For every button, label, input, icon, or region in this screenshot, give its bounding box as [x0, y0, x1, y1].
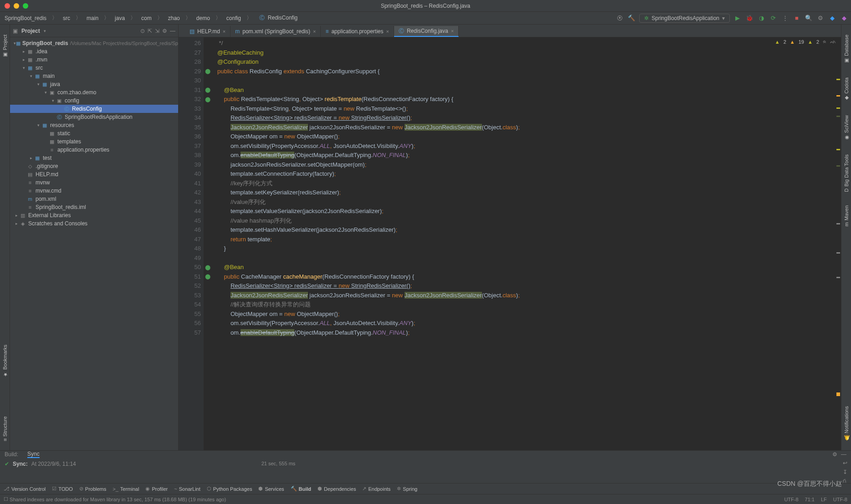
tree-row[interactable]: ▾▦resources — [10, 121, 178, 129]
bottom-tab[interactable]: ◉Profiler — [145, 486, 168, 492]
tree-row[interactable]: ▾▦java — [10, 80, 178, 88]
indexes-icon[interactable]: ☐ — [4, 496, 8, 502]
tree-row[interactable]: ≡mvnw — [10, 178, 178, 187]
sciview-tool[interactable]: ◉SciView — [843, 115, 849, 141]
profile-icon[interactable]: ⟳ — [769, 14, 777, 22]
database-tool[interactable]: ▣Database — [843, 35, 849, 64]
tree-row[interactable]: ≡SpringBoot_redis.iml — [10, 203, 178, 211]
notifications-tool[interactable]: 🔔Notifications — [843, 406, 849, 441]
stop-icon[interactable]: ■ — [793, 14, 801, 22]
tree-row[interactable]: ▾▦src — [10, 64, 178, 72]
status-item[interactable]: LF — [821, 497, 827, 502]
tree-row[interactable]: ▸▦.mvn — [10, 56, 178, 64]
bottom-tab[interactable]: ⎇Version Control — [4, 486, 46, 492]
tree-row[interactable]: ≡mvnw.cmd — [10, 187, 178, 195]
tree-row[interactable]: ▾▦main — [10, 72, 178, 80]
status-item[interactable]: UTF-8 — [784, 497, 798, 502]
tree-row[interactable]: ▤HELP.md — [10, 170, 178, 178]
bottom-tab[interactable]: ~SonarLint — [174, 486, 200, 492]
project-tool[interactable]: ▣Project — [2, 35, 8, 58]
editor-tab[interactable]: ⒸRedisConfig.java× — [394, 26, 459, 37]
editor-tabs[interactable]: ▤HELP.md×mpom.xml (SpringBoot_redis)×≡ap… — [179, 25, 841, 37]
bottom-tab[interactable]: >_Terminal — [113, 486, 139, 492]
tree-row[interactable]: ◇.gitignore — [10, 162, 178, 170]
bottom-tab[interactable]: ↗Endpoints — [362, 486, 390, 492]
run-configuration[interactable]: ✲SpringBootRedisApplication▾ — [639, 14, 730, 23]
tree-row[interactable]: ▾▣config — [10, 97, 178, 105]
project-tree[interactable]: ▾▦SpringBoot_redis/Volumes/Mac Project/r… — [10, 37, 178, 450]
minimize-window[interactable] — [14, 3, 19, 9]
attach-icon[interactable]: ⋮ — [781, 14, 789, 22]
expand-all-icon[interactable]: ⇱ — [148, 28, 152, 34]
tree-row[interactable]: ▸▦.idea — [10, 47, 178, 56]
close-tab-icon[interactable]: × — [223, 29, 226, 34]
structure-tool[interactable]: ≡Structure — [2, 416, 8, 441]
bottom-tab[interactable]: ⬡Python Packages — [207, 486, 252, 492]
close-tab-icon[interactable]: × — [313, 29, 316, 34]
breadcrumb-item[interactable]: com — [139, 14, 154, 22]
tree-row[interactable]: ▾▣com.zhao.demo — [10, 88, 178, 97]
bookmarks-tool[interactable]: ★Bookmarks — [2, 345, 8, 377]
breadcrumb-item[interactable]: zhao — [166, 14, 182, 22]
breadcrumb-item[interactable]: SpringBoot_redis — [3, 14, 48, 22]
bottom-tab[interactable]: ⊘Problems — [79, 486, 106, 492]
select-opened-icon[interactable]: ⊙ — [140, 28, 145, 34]
add-config-icon[interactable]: ⦿ — [615, 14, 624, 22]
code-area[interactable]: */@EnableCaching@Configurationpublic cla… — [204, 37, 841, 450]
bottom-tab[interactable]: 🔨Build — [291, 486, 312, 492]
status-item[interactable]: UTF-8 — [833, 497, 847, 502]
bottom-tab[interactable]: ☑TODO — [52, 486, 73, 492]
close-tab-icon[interactable]: × — [386, 29, 389, 34]
close-window[interactable] — [5, 3, 10, 9]
debug-icon[interactable]: 🐞 — [745, 14, 754, 22]
codota-tool-icon[interactable]: ◆ — [840, 14, 848, 22]
maximize-window[interactable] — [23, 3, 28, 9]
editor-tab[interactable]: ≡application.properties× — [321, 26, 394, 37]
breadcrumb-item[interactable]: main — [85, 14, 100, 22]
coverage-icon[interactable]: ◑ — [757, 14, 765, 22]
bottom-tab[interactable]: ⬢Services — [258, 486, 284, 492]
status-item[interactable]: 71:1 — [805, 497, 815, 502]
bottom-tab[interactable]: ✲Spring — [397, 486, 417, 492]
breadcrumb-item[interactable]: java — [113, 14, 127, 22]
tree-row[interactable]: ▦templates — [10, 137, 178, 146]
inspection-summary[interactable]: ▲2 ▲19 ▲2 ᨑᨒ — [775, 39, 836, 45]
scroll-end-icon[interactable]: ↧ — [843, 469, 849, 475]
line-gutter[interactable]: 2627282930313233343536373839404142434445… — [179, 37, 204, 450]
breadcrumb-item[interactable]: demo — [195, 14, 212, 22]
bottom-tab[interactable]: ⬢Dependencies — [318, 486, 356, 492]
tree-row[interactable]: ▦static — [10, 129, 178, 137]
breadcrumb[interactable]: SpringBoot_redis〉src〉main〉java〉com〉zhao〉… — [3, 13, 299, 23]
collapse-all-icon[interactable]: ⇲ — [155, 28, 159, 34]
sync-tab[interactable]: Sync — [27, 451, 40, 458]
sync-status-row[interactable]: ✔ Sync: At 2022/9/6, 11:14 — [0, 458, 252, 470]
close-tab-icon[interactable]: × — [451, 28, 454, 34]
build-hide-icon[interactable]: — — [841, 451, 846, 458]
build-hammer-icon[interactable]: 🔨 — [627, 14, 636, 22]
breadcrumb-item[interactable]: src — [61, 14, 72, 22]
editor-tab[interactable]: ▤HELP.md× — [185, 26, 231, 37]
soft-wrap-icon[interactable]: ↩ — [843, 460, 849, 466]
tree-row[interactable]: ≡application.properties — [10, 146, 178, 154]
settings-gear-icon[interactable]: ⚙ — [162, 28, 167, 34]
build-settings-icon[interactable]: ⚙ — [832, 451, 837, 458]
tree-row[interactable]: ⒸRedisConfig — [10, 105, 178, 113]
tree-row[interactable]: mpom.xml — [10, 195, 178, 203]
bigdata-tool[interactable]: DBig Data Tools — [844, 154, 849, 192]
error-stripe[interactable] — [836, 37, 841, 450]
run-icon[interactable]: ▶ — [733, 14, 742, 22]
project-panel-title[interactable]: Project — [21, 28, 40, 34]
tree-row[interactable]: ▾▦SpringBoot_redis/Volumes/Mac Project/r… — [10, 39, 178, 47]
search-icon[interactable]: 🔍 — [805, 14, 813, 22]
codota-tool[interactable]: ◆Codota — [843, 77, 849, 101]
editor-tab[interactable]: mpom.xml (SpringBoot_redis)× — [231, 26, 321, 37]
tree-row[interactable]: ▸▦test — [10, 154, 178, 162]
settings-icon[interactable]: ⚙ — [816, 14, 825, 22]
database-tool-icon[interactable]: ◆ — [828, 14, 836, 22]
bottom-tool-tabs[interactable]: ⎇Version Control☑TODO⊘Problems>_Terminal… — [0, 483, 851, 494]
hide-panel-icon[interactable]: — — [170, 28, 175, 34]
tree-row[interactable]: ▸▥External Libraries — [10, 211, 178, 219]
maven-tool[interactable]: mMaven — [844, 205, 849, 226]
tree-row[interactable]: ▸◈Scratches and Consoles — [10, 219, 178, 228]
breadcrumb-item[interactable]: config — [225, 14, 243, 22]
